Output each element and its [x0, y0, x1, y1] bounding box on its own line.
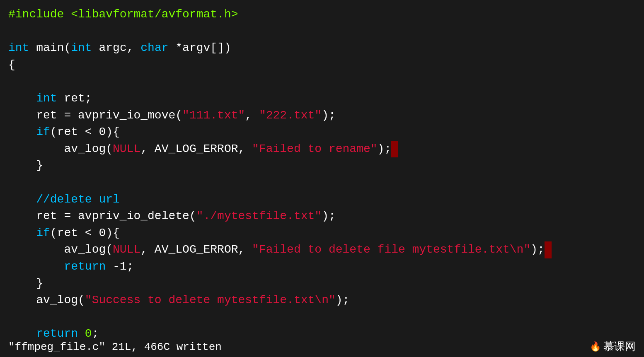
code-line-12: //delete url [8, 191, 636, 208]
code-line-3: int main(int argc, char *argv[]) [8, 40, 636, 57]
string-111: "111.txt" [182, 109, 245, 122]
comment-delete-url: //delete url [8, 193, 120, 206]
code-text: ) [378, 142, 385, 155]
code-line-2 [8, 23, 636, 40]
semicolon: ; [384, 142, 391, 155]
include-directive: #include <libavformat/avformat.h> [8, 8, 238, 21]
logo-area: 🔥 慕课网 [590, 340, 636, 355]
code-text: ); [336, 294, 350, 306]
status-bar: "ffmpeg_file.c" 21L, 466C written 🔥 慕课网 [0, 338, 644, 357]
null-val2: NULL [113, 243, 140, 256]
keyword-return: return [64, 260, 106, 273]
code-line-5 [8, 73, 636, 90]
text-cursor-2 [545, 241, 552, 258]
string-failed-delete: "Failed to delete file mytestfile.txt\n" [252, 243, 530, 256]
code-text: ); [322, 109, 336, 122]
code-text: ret = avpriv_io_delete( [8, 210, 196, 222]
status-text: "ffmpeg_file.c" 21L, 466C written [8, 340, 222, 355]
keyword-int3: int [36, 92, 57, 105]
string-222: "222.txt" [259, 109, 322, 122]
code-line-7: ret = avpriv_io_move("111.txt", "222.txt… [8, 107, 636, 124]
code-text [8, 227, 36, 239]
keyword-int2: int [71, 41, 92, 54]
code-text: argc, [92, 41, 141, 54]
code-text: av_log( [8, 243, 113, 256]
code-line-11 [8, 174, 636, 191]
string-success: "Success to delete mytestfile.txt\n" [85, 294, 336, 306]
code-text: ret = avpriv_io_move( [8, 109, 182, 122]
code-text: -1; [106, 260, 133, 273]
indent [8, 260, 64, 273]
keyword-if2: if [36, 227, 50, 239]
code-line-14: if(ret < 0){ [8, 225, 636, 242]
code-text: , [245, 109, 259, 122]
code-line-8: if(ret < 0){ [8, 124, 636, 141]
code-line-4: { [8, 57, 636, 74]
code-text: (ret < 0){ [50, 227, 120, 239]
code-text: , AV_LOG_ERROR, [140, 243, 252, 256]
keyword-char: char [140, 41, 168, 54]
code-text: *argv[]) [169, 41, 231, 54]
open-brace: { [8, 58, 15, 71]
indent [8, 92, 36, 105]
string-failed-rename: "Failed to rename" [252, 142, 377, 155]
code-line-13: ret = avpriv_io_delete("./mytestfile.txt… [8, 208, 636, 225]
code-line-6: int ret; [8, 90, 636, 107]
code-line-17: } [8, 275, 636, 292]
code-line-19 [8, 309, 636, 326]
code-text: } [8, 277, 43, 290]
code-line-1: #include <libavformat/avformat.h> [8, 6, 636, 23]
code-text: ); [530, 243, 545, 256]
code-text: main( [29, 41, 71, 54]
keyword-int: int [8, 41, 29, 54]
code-line-9: av_log(NULL, AV_LOG_ERROR, "Failed to re… [8, 141, 636, 158]
code-text: av_log( [8, 294, 85, 306]
code-text: , AV_LOG_ERROR, [140, 142, 252, 155]
text-cursor [391, 141, 398, 158]
code-line-10: } [8, 157, 636, 174]
code-text: } [8, 159, 43, 172]
code-content: #include <libavformat/avformat.h> int ma… [8, 4, 636, 357]
keyword-if: if [36, 125, 50, 138]
logo-text: 慕课网 [603, 340, 636, 355]
code-text: ret; [57, 92, 92, 105]
code-text: (ret < 0){ [50, 125, 120, 138]
code-editor: #include <libavformat/avformat.h> int ma… [0, 0, 644, 357]
logo-icon: 🔥 [590, 341, 601, 354]
null-val: NULL [113, 142, 140, 155]
code-line-15: av_log(NULL, AV_LOG_ERROR, "Failed to de… [8, 241, 636, 258]
code-text: ); [322, 210, 336, 222]
code-text: av_log( [8, 142, 113, 155]
code-line-16: return -1; [8, 258, 636, 275]
code-text [8, 125, 36, 138]
string-mytestfile: "./mytestfile.txt" [196, 210, 322, 222]
code-line-18: av_log("Success to delete mytestfile.txt… [8, 292, 636, 309]
